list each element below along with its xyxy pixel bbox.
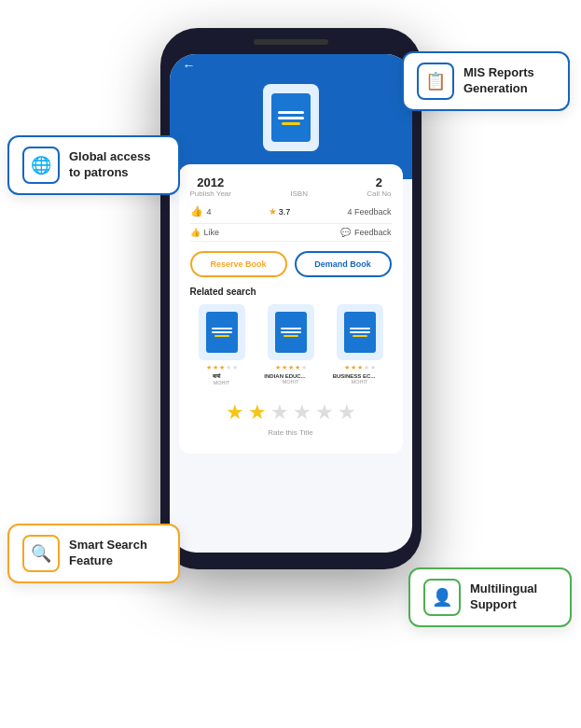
demand-book-button[interactable]: Demand Book bbox=[295, 251, 392, 277]
smart-search-callout: 🔍 Smart Search Feature bbox=[7, 524, 180, 583]
global-icon: 🌐 bbox=[22, 147, 60, 184]
smart-search-label: Smart Search Feature bbox=[69, 538, 165, 569]
rate-this-title-label: Rate this Title bbox=[190, 428, 392, 437]
list-item[interactable]: ★ ★ ★ ★ ★ INDIAN EDUC... MOHIT bbox=[259, 304, 323, 385]
back-arrow-icon[interactable]: ← bbox=[183, 58, 196, 73]
big-star-2[interactable]: ★ bbox=[248, 400, 267, 425]
related-books-list: ★ ★ ★ ★ ★ बायो MOHIT bbox=[190, 304, 392, 385]
multilingual-icon: 👤 bbox=[423, 579, 461, 616]
metadata-row: 2012 Publish Year ISBN 2 Call No bbox=[190, 175, 392, 198]
feedback-label: Feedback bbox=[354, 228, 392, 237]
like-button[interactable]: 👍 Like bbox=[190, 228, 220, 237]
feedback-button[interactable]: 💬 Feedback bbox=[340, 228, 392, 237]
mis-icon: 📋 bbox=[417, 63, 454, 100]
list-item[interactable]: ★ ★ ★ ★ ★ बायो MOHIT bbox=[190, 304, 254, 385]
related-search-title: Related search bbox=[190, 287, 392, 297]
content-area: 2012 Publish Year ISBN 2 Call No 👍 4 bbox=[179, 164, 403, 454]
feedback-chat-icon: 💬 bbox=[340, 228, 351, 237]
related-book-author-3: MOHIT bbox=[328, 379, 392, 385]
publish-year-value: 2012 bbox=[190, 175, 231, 189]
likes-group: 👍 4 bbox=[190, 205, 212, 217]
global-label: Global access to patrons bbox=[69, 149, 165, 181]
phone-screen: ← 2012 Publish Year ISBN bbox=[170, 54, 412, 553]
feedback-count-group: 4 Feedback bbox=[347, 207, 391, 217]
big-star-3[interactable]: ★ bbox=[270, 400, 289, 425]
call-no-value: 2 bbox=[367, 175, 391, 189]
multilingual-label: Multilingual Support bbox=[470, 581, 557, 613]
related-stars-3: ★ ★ ★ ★ ★ bbox=[328, 364, 392, 371]
related-book-name-1: बायो bbox=[190, 373, 242, 380]
book-cover-2 bbox=[268, 304, 314, 360]
call-no-item: 2 Call No bbox=[367, 175, 391, 198]
book-cover-1 bbox=[199, 304, 245, 360]
rate-title-section: ★ ★ ★ ★ ★ ★ Rate this Title bbox=[190, 395, 392, 442]
publish-year-label: Publish Year bbox=[190, 189, 231, 198]
related-stars-2: ★ ★ ★ ★ ★ bbox=[259, 364, 323, 371]
rating-info-row: 👍 4 ★ 3.7 4 Feedback bbox=[190, 205, 392, 217]
rating-value: 3.7 bbox=[279, 207, 291, 217]
feedback-count: 4 Feedback bbox=[347, 207, 391, 217]
mis-reports-callout: 📋 MIS Reports Generation bbox=[402, 51, 570, 111]
status-bar: ← bbox=[170, 54, 412, 77]
publish-year-item: 2012 Publish Year bbox=[190, 175, 231, 198]
big-star-1[interactable]: ★ bbox=[226, 400, 244, 425]
related-book-author-2: MOHIT bbox=[259, 379, 323, 385]
isbn-label: ISBN bbox=[290, 189, 308, 198]
reserve-book-button[interactable]: Reserve Book bbox=[190, 251, 287, 277]
call-no-label: Call No bbox=[367, 189, 391, 198]
big-star-4[interactable]: ★ bbox=[293, 400, 311, 425]
book-cover-3 bbox=[337, 304, 383, 360]
thumb-up-icon: 👍 bbox=[190, 205, 203, 217]
smart-search-icon: 🔍 bbox=[22, 535, 60, 572]
star-rating-group: ★ 3.7 bbox=[269, 206, 291, 217]
related-book-author-1: MOHIT bbox=[190, 380, 254, 385]
star-icon: ★ bbox=[269, 206, 277, 217]
phone-frame: ← 2012 Publish Year ISBN bbox=[160, 28, 422, 569]
isbn-item: ISBN bbox=[290, 189, 308, 198]
header-book-icon bbox=[263, 84, 319, 151]
big-star-5[interactable]: ★ bbox=[315, 400, 334, 425]
list-item[interactable]: ★ ★ ★ ★ ★ BUSINESS EC... MOHIT bbox=[328, 304, 392, 385]
related-stars-1: ★ ★ ★ ★ ★ bbox=[190, 364, 254, 371]
book-action-buttons: Reserve Book Demand Book bbox=[190, 251, 392, 277]
mis-label: MIS Reports Generation bbox=[463, 65, 555, 97]
multilingual-callout: 👤 Multilingual Support bbox=[408, 567, 572, 627]
like-label: Like bbox=[204, 228, 220, 237]
likes-count: 4 bbox=[207, 207, 212, 217]
global-access-callout: 🌐 Global access to patrons bbox=[7, 135, 180, 195]
like-feedback-row: 👍 Like 💬 Feedback bbox=[190, 223, 392, 242]
like-thumb-icon: 👍 bbox=[190, 228, 201, 237]
big-star-6[interactable]: ★ bbox=[338, 400, 356, 425]
big-stars-row[interactable]: ★ ★ ★ ★ ★ ★ bbox=[190, 400, 392, 425]
